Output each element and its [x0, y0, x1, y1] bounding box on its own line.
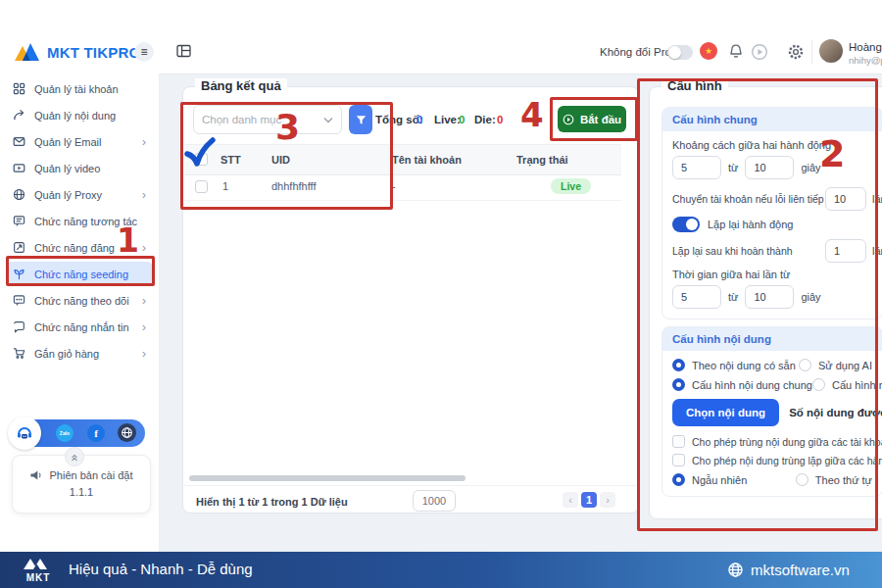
chevron-right-icon: ›: [142, 347, 146, 360]
proxy-globe-icon: [13, 188, 25, 201]
annotation-number-4: 4: [520, 98, 544, 131]
version-value: 1.1.1: [13, 486, 150, 498]
interaction-chat-icon: [13, 215, 25, 227]
vietnam-flag-icon[interactable]: ★: [700, 42, 717, 60]
footer-tagline: Hiệu quả - Nhanh - Dễ dùng: [69, 561, 253, 577]
version-label: Phiên bản cài đặt: [49, 469, 132, 481]
page-1-button[interactable]: 1: [581, 492, 597, 508]
page-size-input[interactable]: [413, 490, 456, 512]
user-name: Hoàng: [849, 41, 882, 53]
sidebar-item-email[interactable]: Quản lý Email ›: [6, 129, 153, 154]
layout-pane-icon[interactable]: [176, 44, 191, 58]
status-badge: Live: [551, 178, 591, 194]
grid-icon: [13, 82, 25, 95]
share-arrow-icon: [13, 109, 25, 122]
cart-icon: [13, 347, 25, 360]
annotation-box-1: [6, 256, 155, 286]
topbar-divider: [811, 40, 812, 64]
sidebar-collapse-button[interactable]: ≡: [134, 42, 154, 62]
post-icon: [13, 241, 25, 254]
collapse-version-button[interactable]: [65, 447, 84, 466]
message-bubble-icon: [13, 320, 25, 333]
sidebar-item-messaging[interactable]: Chức năng nhắn tin ›: [6, 315, 153, 339]
annotation-checkmark: [184, 137, 216, 169]
chevron-right-icon: ›: [142, 135, 146, 148]
annotation-number-1: 1: [117, 224, 139, 257]
sidebar-item-account[interactable]: Quản lý tài khoản: [6, 76, 153, 101]
mail-icon: [13, 135, 25, 148]
support-button[interactable]: [8, 416, 41, 450]
live-label: Live:: [434, 114, 461, 125]
annotation-number-3: 3: [275, 110, 300, 145]
follow-chat-icon: [13, 294, 25, 307]
pagination-summary: Hiển thị 1 từ 1 trong 1 Dữ liệu: [196, 496, 348, 508]
chevron-right-icon: ›: [142, 241, 146, 254]
hamburger-icon: ≡: [140, 45, 147, 59]
topbar: MKT TIKPRO ≡ Không đổi Proxy ★ Hoàng: [0, 0, 882, 74]
facebook-icon[interactable]: f: [87, 424, 105, 442]
brand-name: MKT TIKPRO: [47, 44, 140, 61]
footer-bar: MKT Hiệu quả - Nhanh - Dễ dùng mktsoftwa…: [0, 552, 882, 588]
zalo-icon[interactable]: Zalo: [56, 424, 74, 442]
table-footer-divider: [184, 485, 637, 486]
brand-logo: MKT TIKPRO: [14, 39, 140, 65]
results-panel-title: Bảng kết quả: [195, 78, 287, 93]
chevron-right-icon: ›: [142, 320, 146, 333]
col-header-status: Trạng thái: [516, 154, 568, 166]
chevron-right-icon: ›: [142, 294, 146, 307]
proxy-toggle[interactable]: [667, 45, 693, 60]
announcement-icon: [29, 469, 42, 481]
double-chevron-up-icon: [70, 452, 79, 462]
footer-logo: MKT: [22, 557, 55, 583]
sidebar-item-follow[interactable]: Chức năng theo dõi ›: [6, 288, 153, 313]
settings-gear-icon[interactable]: [787, 43, 805, 61]
die-value: 0: [497, 114, 503, 125]
annotation-box-4: [550, 97, 638, 141]
website-globe-icon[interactable]: [118, 423, 136, 442]
globe-icon: [727, 562, 744, 578]
mkt-footer-logo-icon: [22, 557, 55, 570]
total-value: 0: [416, 114, 422, 125]
chevron-right-icon: ›: [142, 188, 146, 201]
sidebar: Quản lý tài khoản Quản lý nội dung Quản …: [0, 74, 160, 552]
die-label: Die:: [474, 114, 496, 125]
col-header-name: Tên tài khoản: [392, 154, 462, 166]
mkt-logo-icon: [14, 41, 41, 63]
chevron-left-icon: ‹: [568, 494, 572, 506]
tutorial-play-icon[interactable]: [751, 43, 768, 61]
footer-site-link[interactable]: mktsoftware.vn: [751, 562, 850, 578]
next-page-button[interactable]: ›: [600, 492, 615, 508]
annotation-number-2: 2: [819, 135, 845, 172]
horizontal-scrollbar[interactable]: [189, 475, 466, 481]
chevron-right-icon: ›: [606, 494, 610, 506]
prev-page-button[interactable]: ‹: [563, 492, 578, 508]
sidebar-item-content[interactable]: Quản lý nội dung: [6, 103, 153, 127]
live-value: 0: [459, 114, 465, 125]
sidebar-item-cart[interactable]: Gắn giỏ hàng ›: [6, 341, 153, 366]
sidebar-item-proxy[interactable]: Quản lý Proxy ›: [6, 182, 153, 207]
notifications-bell-icon[interactable]: [728, 43, 744, 60]
app-window: MKT TIKPRO ≡ Không đổi Proxy ★ Hoàng: [0, 0, 882, 588]
support-headset-icon: [16, 425, 33, 441]
video-icon: [13, 162, 25, 174]
sidebar-item-video[interactable]: Quản lý video: [6, 156, 153, 180]
user-email: nhihy@ph: [849, 55, 882, 66]
user-avatar[interactable]: [819, 39, 843, 63]
